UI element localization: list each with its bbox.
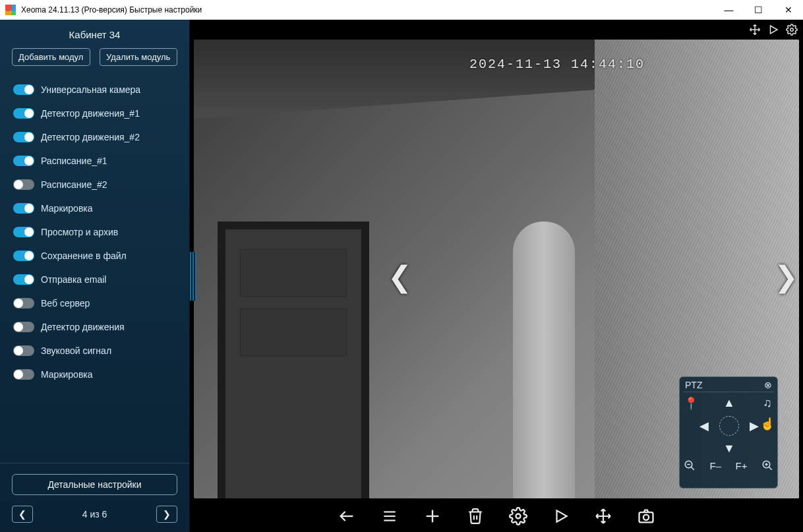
module-label: Маркировка <box>41 369 93 380</box>
module-row: Веб сервер <box>13 291 180 315</box>
ptz-touch-icon[interactable]: ☝ <box>760 417 775 431</box>
prev-camera-arrow[interactable]: ❮ <box>388 259 409 293</box>
ptz-focus-plus-button[interactable]: F+ <box>736 459 748 471</box>
window-maximize-button[interactable]: ☐ <box>744 0 773 20</box>
ptz-panel: PTZ ⊗ 📍 ▲ ▼ ◀ ▶ ♫ ☝ <box>679 376 778 488</box>
module-toggle[interactable] <box>13 203 34 214</box>
svg-point-17 <box>516 514 521 519</box>
module-row: Просмотр и архив <box>13 220 180 244</box>
svg-point-20 <box>643 515 649 520</box>
svg-marker-0 <box>771 26 778 34</box>
ptz-left-button[interactable]: ◀ <box>699 419 709 433</box>
module-toggle[interactable] <box>13 251 34 261</box>
delete-module-button[interactable]: Удалить модуль <box>100 48 178 66</box>
video-timestamp-overlay: 2024-11-13 14:44:10 <box>469 57 645 72</box>
window-minimize-button[interactable]: — <box>714 0 744 20</box>
module-label: Детектор движения_#1 <box>41 108 140 119</box>
module-label: Детектор движения_#2 <box>41 132 140 142</box>
gear-icon[interactable] <box>786 24 798 36</box>
module-label: Просмотр и архив <box>41 227 118 237</box>
module-label: Расписание_#1 <box>41 156 107 166</box>
svg-line-6 <box>769 467 772 470</box>
module-toggle[interactable] <box>13 345 34 356</box>
page-indicator: 4 из 6 <box>82 509 107 519</box>
module-label: Детектор движения <box>41 322 125 332</box>
module-label: Веб сервер <box>41 298 90 309</box>
menu-icon[interactable] <box>381 508 398 525</box>
module-label: Отправка email <box>41 274 106 285</box>
plus-icon[interactable] <box>423 507 442 525</box>
add-module-button[interactable]: Добавить модул <box>12 48 90 66</box>
ptz-zoom-out-button[interactable] <box>684 459 696 471</box>
module-label: Расписание_#2 <box>41 179 107 190</box>
module-toggle[interactable] <box>13 108 34 119</box>
main-area: 2024-11-13 14:44:10 ❮ ❯ PTZ ⊗ 📍 ▲ ▼ ◀ ▶ <box>190 20 803 532</box>
window-close-button[interactable]: ✕ <box>773 0 803 20</box>
module-row: Детектор движения_#1 <box>13 102 180 125</box>
module-label: Маркировка <box>41 203 93 214</box>
svg-rect-19 <box>639 512 653 522</box>
window-title: Xeoma 24.11.13 (Pro-версия) Быстрые наст… <box>21 5 714 15</box>
svg-point-1 <box>790 28 794 32</box>
module-toggle[interactable] <box>13 179 34 190</box>
ptz-close-icon[interactable]: ⊗ <box>764 380 772 390</box>
svg-marker-18 <box>557 510 567 521</box>
module-toggle[interactable] <box>13 298 34 309</box>
prev-page-button[interactable]: ❮ <box>12 506 33 523</box>
module-label: Универсальная камера <box>41 84 140 95</box>
module-row: Маркировка <box>13 196 180 220</box>
toolbar-gear-icon[interactable] <box>509 507 527 525</box>
module-toggle[interactable] <box>13 156 34 166</box>
back-arrow-icon[interactable] <box>338 507 356 525</box>
detail-settings-button[interactable]: Детальные настройки <box>12 474 177 495</box>
ptz-tour-icon[interactable]: ♫ <box>763 396 772 410</box>
ptz-focus-minus-button[interactable]: F– <box>710 459 722 471</box>
play-icon[interactable] <box>767 24 779 36</box>
module-row: Универсальная камера <box>13 78 180 102</box>
ptz-center-button[interactable] <box>719 416 739 436</box>
toolbar-play-icon[interactable] <box>552 508 570 525</box>
module-toggle[interactable] <box>13 369 34 380</box>
camera-name: Кабинет 34 <box>0 20 189 48</box>
module-toggle[interactable] <box>13 322 34 332</box>
ptz-title: PTZ <box>685 380 702 390</box>
app-body: Кабинет 34 Добавить модул Удалить модуль… <box>0 20 803 532</box>
module-list: Универсальная камераДетектор движения_#1… <box>0 74 189 456</box>
app-logo-icon <box>5 5 16 15</box>
ptz-direction-pad: ▲ ▼ ◀ ▶ <box>702 396 756 456</box>
camera-icon[interactable] <box>637 507 655 525</box>
ptz-up-button[interactable]: ▲ <box>723 396 735 410</box>
ptz-preset-marker-icon[interactable]: 📍 <box>684 396 698 411</box>
ptz-down-button[interactable]: ▼ <box>723 442 735 456</box>
module-toggle[interactable] <box>13 227 34 237</box>
window-titlebar: Xeoma 24.11.13 (Pro-версия) Быстрые наст… <box>0 0 803 20</box>
svg-line-3 <box>691 467 694 470</box>
module-label: Звуковой сигнал <box>41 345 111 356</box>
module-row: Расписание_#1 <box>13 149 180 173</box>
bottom-toolbar <box>190 500 803 532</box>
module-row: Детектор движения <box>13 315 180 339</box>
module-row: Отправка email <box>13 268 180 291</box>
move-icon[interactable] <box>749 24 761 36</box>
toolbar-move-icon[interactable] <box>595 508 612 525</box>
sidebar-collapse-handle[interactable] <box>190 252 196 301</box>
next-page-button[interactable]: ❯ <box>156 506 177 523</box>
module-row: Маркировка <box>13 363 180 386</box>
module-toggle[interactable] <box>13 84 34 95</box>
ptz-zoom-in-button[interactable] <box>761 459 773 471</box>
next-camera-arrow[interactable]: ❯ <box>774 259 795 293</box>
module-row: Звуковой сигнал <box>13 339 180 363</box>
module-toggle[interactable] <box>13 132 34 142</box>
sidebar: Кабинет 34 Добавить модул Удалить модуль… <box>0 20 190 532</box>
module-label: Сохранение в файл <box>41 251 127 261</box>
module-row: Сохранение в файл <box>13 244 180 268</box>
trash-icon[interactable] <box>467 508 484 525</box>
ptz-right-button[interactable]: ▶ <box>750 419 759 433</box>
module-toggle[interactable] <box>13 274 34 285</box>
module-row: Расписание_#2 <box>13 173 180 196</box>
module-row: Детектор движения_#2 <box>13 125 180 149</box>
